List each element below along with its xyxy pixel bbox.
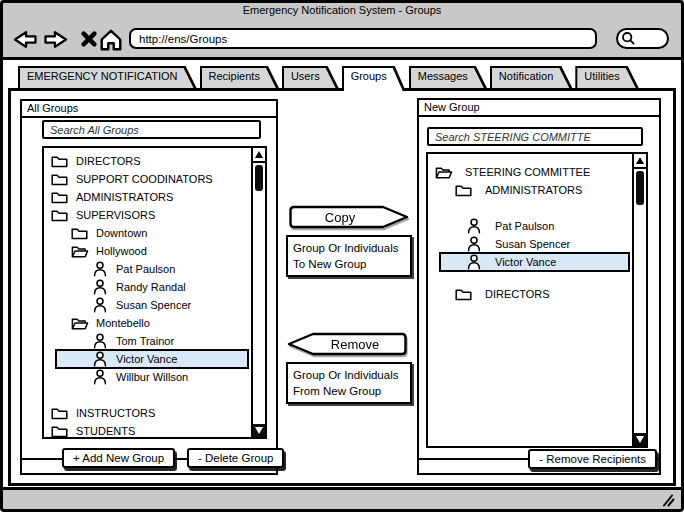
tree-item-supervisors[interactable]: SUPERVISORS <box>44 206 251 224</box>
tree-spacer <box>44 386 251 404</box>
status-bar <box>0 487 684 509</box>
all-groups-panel: All Groups DIRECTORS SUPPORT COODINATORS… <box>20 99 278 475</box>
tree-item-montebello[interactable]: Montebello <box>44 314 251 332</box>
tree-item-randy-randal[interactable]: Randy Randal <box>44 278 251 296</box>
folder-closed-icon <box>454 287 473 301</box>
tree-item-students[interactable]: STUDENTS <box>44 422 251 437</box>
folder-closed-icon <box>50 424 69 437</box>
browser-search[interactable] <box>616 28 669 49</box>
window-title: Emergency Notification System - Groups <box>0 0 684 19</box>
home-icon[interactable] <box>98 26 124 52</box>
tab-messages[interactable]: Messages <box>409 66 487 88</box>
copy-description: Group Or Individuals To New Group <box>286 235 412 277</box>
tab-emergency-notification[interactable]: EMERGENCY NOTIFICATION <box>18 66 197 88</box>
tab-notification[interactable]: Notification <box>490 66 572 88</box>
url-text: http://ens/Groups <box>131 33 227 45</box>
scrollbar[interactable] <box>632 154 646 446</box>
all-groups-tree: DIRECTORS SUPPORT COODINATORS ADMINISTRA… <box>44 148 251 437</box>
scrollbar-thumb[interactable] <box>636 171 644 205</box>
resize-grip-icon[interactable] <box>661 494 675 507</box>
tree-item-susan-spencer[interactable]: Susan Spencer <box>428 235 632 253</box>
folder-closed-icon <box>50 406 69 420</box>
person-icon <box>90 261 109 277</box>
new-group-panel: New Group STEERING COMMITTEE ADMINISTRAT… <box>417 98 661 475</box>
folder-closed-icon <box>50 154 69 168</box>
tree-item-tom-trainor[interactable]: Tom Trainor <box>44 332 251 350</box>
tree-item-victor-vance[interactable]: Victor Vance <box>428 253 632 271</box>
copy-button[interactable]: Copy <box>288 205 410 229</box>
tree-spacer <box>428 199 632 217</box>
tree-item-willbur-willson[interactable]: Willbur Willson <box>44 368 251 386</box>
remove-recipients-button[interactable]: - Remove Recipients <box>528 449 657 469</box>
tree-item-susan-spencer[interactable]: Susan Spencer <box>44 296 251 314</box>
scroll-down-icon[interactable] <box>253 424 265 437</box>
tree-item-pat-paulson[interactable]: Pat Paulson <box>428 217 632 235</box>
tree-item-downtown[interactable]: Downtown <box>44 224 251 242</box>
tree-item-pat-paulson[interactable]: Pat Paulson <box>44 260 251 278</box>
person-icon <box>90 333 109 349</box>
tree-item-instructors[interactable]: INSTRUCTORS <box>44 404 251 422</box>
copy-button-label: Copy <box>325 210 356 225</box>
url-bar[interactable]: http://ens/Groups <box>129 28 597 49</box>
scrollbar[interactable] <box>251 148 265 437</box>
person-icon <box>90 297 109 313</box>
remove-button[interactable]: Remove <box>286 332 408 356</box>
person-icon <box>90 369 109 385</box>
scroll-up-icon[interactable] <box>253 148 265 163</box>
tree-item-directors[interactable]: DIRECTORS <box>44 152 251 170</box>
scroll-down-icon[interactable] <box>634 433 646 446</box>
folder-closed-icon <box>454 183 473 197</box>
tab-recipients[interactable]: Recipients <box>200 66 279 88</box>
transfer-controls: Copy Group Or Individuals To New Group R… <box>286 205 414 404</box>
tab-utilities[interactable]: Utilities <box>575 66 638 88</box>
scroll-up-icon[interactable] <box>634 154 646 169</box>
folder-closed-icon <box>50 208 69 222</box>
browser-window: Emergency Notification System - Groups h… <box>0 0 684 512</box>
person-icon <box>464 236 483 252</box>
tree-item-support-coodinators[interactable]: SUPPORT COODINATORS <box>44 170 251 188</box>
remove-description: Group Or Individuals From New Group <box>286 362 412 404</box>
new-group-tree: STEERING COMMITTEE ADMINISTRATORS Pat Pa… <box>428 154 632 446</box>
tree-item-directors[interactable]: DIRECTORS <box>428 285 632 303</box>
person-icon <box>90 351 109 367</box>
tree-item-hollywood[interactable]: Hollywood <box>44 242 251 260</box>
folder-open-icon <box>434 165 453 179</box>
new-group-search-input[interactable] <box>427 127 643 146</box>
folder-closed-icon <box>50 190 69 204</box>
folder-closed-icon <box>50 172 69 186</box>
folder-closed-icon <box>70 226 89 240</box>
tree-spacer <box>428 271 632 285</box>
back-icon[interactable] <box>12 26 38 52</box>
person-icon <box>90 279 109 295</box>
tree-item-administrators[interactable]: ADMINISTRATORS <box>44 188 251 206</box>
tab-groups[interactable]: Groups <box>342 66 406 91</box>
search-icon <box>621 31 636 46</box>
all-groups-list: DIRECTORS SUPPORT COODINATORS ADMINISTRA… <box>42 146 267 439</box>
new-group-list: STEERING COMMITTEE ADMINISTRATORS Pat Pa… <box>426 152 648 448</box>
folder-open-icon <box>70 244 89 258</box>
folder-open-icon <box>70 316 89 330</box>
tab-strip: EMERGENCY NOTIFICATION Recipients Users … <box>18 66 642 91</box>
forward-icon[interactable] <box>43 26 69 52</box>
tab-users[interactable]: Users <box>282 66 339 88</box>
person-icon <box>464 218 483 234</box>
add-new-group-button[interactable]: + Add New Group <box>62 448 175 468</box>
tree-item-victor-vance[interactable]: Victor Vance <box>44 350 251 368</box>
new-group-panel-title: New Group <box>419 100 659 117</box>
remove-button-label: Remove <box>331 337 379 352</box>
all-groups-search-input[interactable] <box>42 120 261 139</box>
all-groups-panel-title: All Groups <box>22 101 276 118</box>
tree-item-administrators[interactable]: ADMINISTRATORS <box>428 181 632 199</box>
delete-group-button[interactable]: - Delete Group <box>187 448 284 468</box>
person-icon <box>464 254 483 270</box>
browser-chrome: Emergency Notification System - Groups h… <box>0 0 684 60</box>
tree-item-steering-committee[interactable]: STEERING COMMITTEE <box>428 163 632 181</box>
scrollbar-thumb[interactable] <box>255 165 263 191</box>
